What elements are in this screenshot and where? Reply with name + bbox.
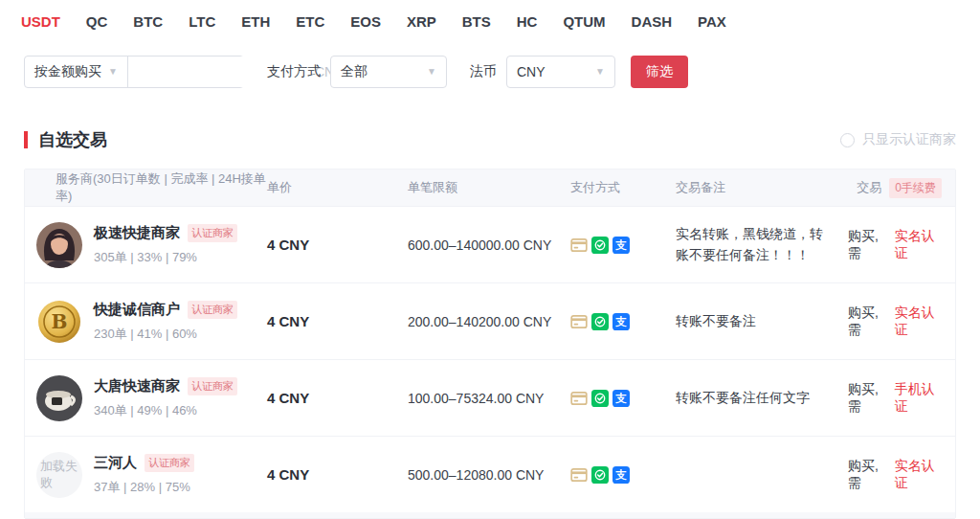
buy-action[interactable]: 购买, 需 [848,381,890,416]
cert-requirement: 实名认证 [895,458,942,492]
section-title-wrap: 自选交易 [24,128,107,151]
merchant-avatar: B [36,299,82,345]
fiat-value: CNY [517,64,546,79]
filter-button[interactable]: 筛选 [631,56,688,88]
unit-price: 4 CNY [267,237,408,253]
merchant-name[interactable]: 极速快捷商家 [94,224,180,242]
table-row[interactable]: B 快捷诚信商户 认证商家 230单 | 41% | 60% 4 CNY 200… [25,282,955,359]
svg-text:支: 支 [614,468,627,482]
fiat-label: 法币 [470,63,497,80]
amount-mode-label: 按金额购买 [34,63,101,80]
order-limit: 200.00–140200.00 CNY [408,314,570,329]
merchant-stats: 230单 | 41% | 60% [94,326,237,343]
radio-icon[interactable] [840,133,855,147]
merchant-avatar [36,222,82,268]
only-certified-toggle[interactable]: 只显示认证商家 [840,131,956,148]
amount-mode-dropdown[interactable]: 按金额购买 ▼ [25,56,128,87]
trade-remark: 转账不要备注 [676,311,848,332]
merchant-name[interactable]: 三河人 [94,454,137,472]
tab-qc[interactable]: QC [86,13,108,30]
payment-methods: 支 [570,390,676,407]
payment-method-select[interactable]: 全部 ▼ [330,56,447,88]
chevron-down-icon: ▼ [427,67,436,77]
order-limit: 500.00–12080.00 CNY [408,467,570,483]
coin-tabs: USDTQCBTCLTCETHETCEOSXRPBTSHCQTUMDASHPAX [0,0,980,30]
fiat-select[interactable]: CNY ▼ [506,56,615,88]
cert-requirement: 实名认证 [895,305,942,339]
tab-usdt[interactable]: USDT [21,13,60,30]
header-limit: 单笔限额 [408,179,570,196]
filter-bar: 按金额购买 ▼ CNY 支付方式 全部 ▼ 法币 CNY ▼ 筛选 [24,56,980,88]
certified-merchant-badge: 认证商家 [188,377,237,395]
trade-remark: 实名转账，黑钱绕道，转账不要任何备注！！！ [676,224,848,265]
avatar-load-failed: 加载失败 [36,452,82,498]
alipay-icon: 支 [612,313,630,330]
tab-xrp[interactable]: XRP [407,13,436,30]
merchant-stats: 340单 | 49% | 46% [94,402,237,419]
tab-pax[interactable]: PAX [698,13,726,30]
buy-action[interactable]: 购买, 需 [848,305,890,339]
alipay-icon: 支 [612,466,630,484]
buy-action[interactable]: 购买, 需 [848,458,890,492]
header-remark: 交易备注 [676,179,848,196]
wechat-pay-icon [591,237,609,254]
tab-dash[interactable]: DASH [632,13,673,30]
certified-merchant-badge: 认证商家 [188,301,237,319]
table-row[interactable]: 大唐快速商家 认证商家 340单 | 49% | 46% 4 CNY 100.0… [25,359,955,436]
header-merchant: 服务商(30日订单数 | 完成率 | 24H接单率) [25,170,267,205]
woman-photo-avatar [36,222,82,268]
payment-methods: 支 [570,466,676,484]
merchant-stats: 37单 | 28% | 75% [94,479,194,496]
unit-price: 4 CNY [267,466,408,483]
payment-method-label: 支付方式 [267,63,321,80]
tab-qtum[interactable]: QTUM [563,13,605,30]
wechat-pay-icon [591,313,609,330]
header-price: 单价 [267,179,408,196]
table-row[interactable]: 极速快捷商家 认证商家 305单 | 33% | 79% 4 CNY 600.0… [25,206,955,282]
certified-merchant-badge: 认证商家 [188,224,237,242]
bank-card-icon [570,466,588,484]
title-accent-bar [24,131,28,148]
merchant-stats: 305单 | 33% | 79% [94,249,237,266]
tab-hc[interactable]: HC [517,13,538,30]
tab-eth[interactable]: ETH [241,13,270,30]
svg-text:支: 支 [614,315,627,328]
teacup-photo-avatar [36,375,82,421]
cert-requirement: 实名认证 [895,228,942,262]
bank-card-icon [570,313,588,330]
payment-methods: 支 [570,313,676,330]
section-title: 自选交易 [38,128,107,151]
svg-text:支: 支 [614,392,627,405]
only-certified-label: 只显示认证商家 [862,131,956,148]
table-header: 服务商(30日订单数 | 完成率 | 24H接单率) 单价 单笔限额 支付方式 … [25,169,955,206]
svg-text:支: 支 [614,238,627,252]
merchant-name[interactable]: 快捷诚信商户 [94,301,180,319]
unit-price: 4 CNY [267,390,408,406]
bank-card-icon [570,390,588,407]
tab-bts[interactable]: BTS [462,13,491,30]
order-limit: 600.00–140000.00 CNY [408,237,570,253]
unit-price: 4 CNY [267,313,408,329]
alipay-icon: 支 [612,390,630,407]
svg-text:B: B [52,310,68,333]
payment-method-value: 全部 [341,63,368,80]
cert-requirement: 手机认证 [895,381,942,416]
tab-etc[interactable]: ETC [296,13,324,30]
next-section-strip [25,512,955,518]
chevron-down-icon: ▼ [108,67,118,77]
merchant-name[interactable]: 大唐快速商家 [94,377,180,395]
header-payment: 支付方式 [570,179,676,196]
amount-filter-group: 按金额购买 ▼ CNY [24,56,244,88]
tab-eos[interactable]: EOS [350,13,381,30]
order-limit: 100.00–75324.00 CNY [408,391,570,406]
buy-action[interactable]: 购买, 需 [848,228,890,262]
trade-remark: 转账不要备注任何文字 [676,388,848,409]
merchant-avatar [36,375,82,421]
tab-ltc[interactable]: LTC [189,13,215,30]
table-row[interactable]: 加载失败 三河人 认证商家 37单 | 28% | 75% 4 CNY 500.… [25,436,955,512]
tab-btc[interactable]: BTC [133,13,163,30]
chevron-down-icon: ▼ [595,67,605,77]
offers-table: 服务商(30日订单数 | 完成率 | 24H接单率) 单价 单笔限额 支付方式 … [24,169,956,519]
payment-methods: 支 [570,237,676,254]
alipay-icon: 支 [612,237,630,254]
